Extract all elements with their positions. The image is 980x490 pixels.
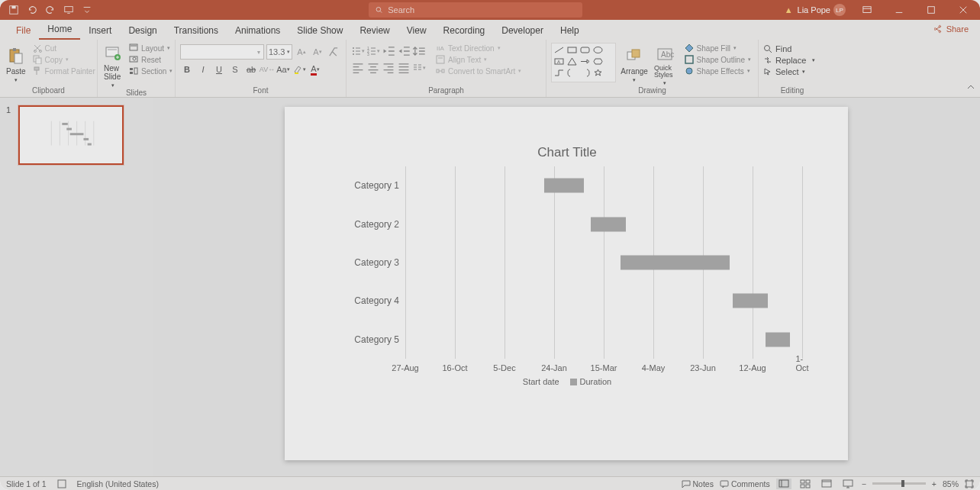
redo-icon[interactable]	[44, 4, 56, 16]
format-painter-button[interactable]: Format Painter	[31, 66, 98, 76]
tab-recording[interactable]: Recording	[435, 22, 494, 40]
bullets-icon[interactable]: ▾	[351, 44, 365, 58]
new-slide-button[interactable]: New Slide ▾	[102, 43, 124, 89]
user-account[interactable]: Lia Pope LP	[798, 4, 846, 16]
increase-indent-icon[interactable]	[397, 44, 411, 58]
layout-button[interactable]: Layout ▾	[127, 43, 175, 53]
paste-button[interactable]: Paste ▾	[5, 43, 27, 86]
collapse-ribbon-icon[interactable]	[966, 81, 975, 95]
cut-button[interactable]: Cut	[31, 43, 98, 53]
tab-file[interactable]: File	[8, 22, 39, 40]
shape-outline-button[interactable]: Shape Outline ▾	[682, 54, 753, 65]
minimize-icon[interactable]	[885, 0, 913, 20]
zoom-level[interactable]: 85%	[943, 479, 959, 488]
tab-design[interactable]: Design	[120, 22, 165, 40]
replace-button[interactable]: Replace ▾	[763, 56, 815, 65]
section-button[interactable]: Section ▾	[127, 66, 175, 76]
line-spacing-icon[interactable]	[412, 44, 426, 58]
fit-window-icon[interactable]	[965, 479, 974, 488]
svg-rect-53	[66, 127, 72, 130]
underline-icon[interactable]: U	[212, 63, 226, 76]
normal-view-icon[interactable]	[776, 479, 791, 489]
zoom-out-icon[interactable]: −	[862, 479, 866, 488]
align-left-icon[interactable]	[351, 61, 365, 75]
decrease-font-icon[interactable]: A▾	[311, 45, 324, 59]
tab-slideshow[interactable]: Slide Show	[289, 22, 351, 40]
undo-icon[interactable]	[26, 4, 38, 16]
svg-rect-32	[437, 69, 439, 73]
clear-format-icon[interactable]	[327, 45, 340, 59]
shape-effects-button[interactable]: Shape Effects ▾	[682, 66, 753, 76]
char-spacing-icon[interactable]: AV↔	[260, 63, 274, 76]
warning-icon: ▲	[785, 5, 793, 15]
svg-point-45	[765, 46, 770, 51]
svg-rect-56	[87, 143, 91, 145]
reading-view-icon[interactable]	[819, 479, 834, 489]
thumbnail-1[interactable]: 1	[6, 105, 147, 165]
font-name-combo[interactable]: ▾	[180, 44, 264, 60]
ribbon-display-icon[interactable]	[853, 0, 881, 20]
slide-canvas-area[interactable]: Chart Title 27-Aug16-Oct5-Dec24-Jan15-Ma…	[153, 98, 980, 476]
slide[interactable]: Chart Title 27-Aug16-Oct5-Dec24-Jan15-Ma…	[285, 107, 848, 460]
slide-thumbnails[interactable]: 1	[0, 98, 153, 476]
convert-smartart-button[interactable]: Convert to SmartArt ▾	[434, 66, 524, 76]
justify-icon[interactable]	[397, 61, 411, 75]
search-input[interactable]	[388, 5, 576, 15]
align-center-icon[interactable]	[366, 61, 380, 75]
tab-view[interactable]: View	[398, 22, 435, 40]
zoom-thumb[interactable]	[901, 480, 904, 487]
share-button[interactable]: Share	[929, 22, 974, 36]
font-size-combo[interactable]: 13.3▾	[266, 44, 292, 60]
strike-icon[interactable]: ab	[244, 63, 258, 76]
slideshow-view-icon[interactable]	[840, 479, 856, 489]
font-color-icon[interactable]: A▾	[308, 63, 322, 76]
align-text-button[interactable]: Align Text ▾	[434, 54, 524, 65]
shape-fill-button[interactable]: Shape Fill ▾	[682, 43, 753, 53]
language-indicator[interactable]: English (United States)	[77, 479, 159, 488]
shape-effects-icon	[685, 66, 694, 76]
shadow-icon[interactable]: S	[228, 63, 242, 76]
copy-button[interactable]: Copy ▾	[31, 54, 98, 65]
qat-dropdown-icon[interactable]	[81, 4, 93, 16]
x-tick-label: 27-Aug	[392, 363, 418, 372]
italic-icon[interactable]: I	[196, 63, 210, 76]
tab-transitions[interactable]: Transitions	[166, 22, 227, 40]
decrease-indent-icon[interactable]	[382, 44, 395, 58]
numbering-icon[interactable]: 123▾	[366, 44, 380, 58]
bold-icon[interactable]: B	[180, 63, 194, 76]
maximize-icon[interactable]	[917, 0, 945, 20]
select-button[interactable]: Select ▾	[763, 67, 815, 76]
shapes-gallery[interactable]: A	[551, 43, 616, 82]
sorter-view-icon[interactable]	[798, 479, 813, 489]
tab-review[interactable]: Review	[351, 22, 398, 40]
accessibility-icon[interactable]	[57, 479, 66, 488]
text-direction-button[interactable]: IIAText Direction ▾	[434, 43, 524, 53]
arrange-button[interactable]: Arrange▾	[619, 43, 650, 86]
slideshow-start-icon[interactable]	[63, 4, 75, 16]
columns-icon[interactable]: ▾	[412, 61, 426, 75]
close-icon[interactable]	[949, 0, 977, 20]
highlight-icon[interactable]: ▾	[292, 63, 306, 76]
tab-help[interactable]: Help	[552, 22, 588, 40]
reset-button[interactable]: Reset	[127, 54, 175, 65]
search-box[interactable]	[369, 2, 582, 18]
zoom-slider[interactable]	[872, 482, 926, 485]
legend-item-start: Start date	[523, 377, 559, 386]
slide-indicator[interactable]: Slide 1 of 1	[6, 479, 47, 488]
increase-font-icon[interactable]: A▴	[295, 45, 308, 59]
notes-button[interactable]: Notes	[682, 479, 714, 488]
svg-point-25	[353, 50, 354, 52]
thumbnail-preview[interactable]	[18, 105, 124, 165]
chart[interactable]: Chart Title 27-Aug16-Oct5-Dec24-Jan15-Ma…	[330, 145, 804, 427]
tab-home[interactable]: Home	[39, 21, 80, 40]
save-icon[interactable]	[8, 4, 20, 16]
zoom-in-icon[interactable]: +	[932, 479, 936, 488]
change-case-icon[interactable]: Aa▾	[276, 63, 290, 76]
tab-developer[interactable]: Developer	[493, 22, 552, 40]
find-button[interactable]: Find	[763, 44, 815, 53]
quick-styles-button[interactable]: Abc Quick Styles▾	[653, 43, 678, 86]
tab-insert[interactable]: Insert	[80, 22, 120, 40]
comments-button[interactable]: Comments	[720, 479, 770, 488]
tab-animations[interactable]: Animations	[227, 22, 289, 40]
align-right-icon[interactable]	[382, 61, 395, 75]
